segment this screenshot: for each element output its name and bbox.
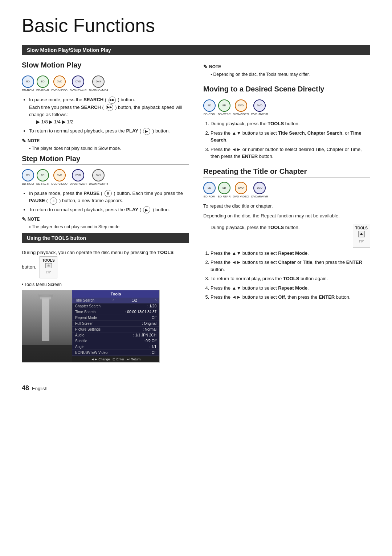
section-header-slow-step: Slow Motion Play/Step Motion Play [22,45,370,55]
slow-motion-bullet-2: To return to normal speed playback, pres… [29,127,189,135]
disc-icon-bdre-step: BD BD-RE/-R [36,169,49,185]
disc-icon-dvdrw-repeat: DVD DVD±RW/±R [251,182,268,198]
disc-icon-dvdvideo-repeat: DVD DVD-VIDEO [233,182,249,198]
menu-row-title-search: Title Search ‹ 1/2 › [72,298,159,303]
tools-description: During playback, you can operate the dis… [22,249,189,278]
moving-scene-steps: During playback, press the TOOLS button.… [211,120,370,160]
menu-footer: ◄► Change ⊡ Enter ↩ Return [72,356,159,362]
repeating-step-5: Press the ▲▼ buttons to select Repeat Mo… [211,285,370,292]
menu-row-bonusview-video: BONUSVIEW Video : Off [72,350,159,356]
disc-icon-bdrom-move: BD BD-ROM [203,99,216,116]
tools-menu-screen-label: • Tools Menu Screen [22,281,189,288]
disc-icon-bdre-slow: BD BD-RE/-R [36,75,49,92]
menu-table: Tools Title Search ‹ 1/2 › Chapter Searc… [72,290,159,362]
repeating-intro-2: Depending on the disc, the Repeat functi… [203,212,370,220]
step-motion-disc-icons: BD BD-ROM BD BD-RE/-R DVD DVD-VIDEO DVD … [22,169,189,185]
menu-row-time-search: Time Search : 00:00:13/01:34:37 [72,309,159,315]
tools-section-header: Using the TOOLS button [22,233,189,243]
slow-motion-bullet-1: In pause mode, press the SEARCH ( ▶▶ ) b… [29,96,189,125]
tools-button-label: TOOLS [42,258,54,263]
speed-steps: ▶ 1/8 ▶ 1/4 ▶ 1/2 [36,118,189,126]
language-label: English [32,386,48,391]
disc-icon-dvdvideo-slow: DVD DVD-VIDEO [52,75,68,92]
right-note-title: NOTE [203,64,370,70]
menu-row-subtitle: Subtitle : 0/2 Off [72,338,159,344]
play-icon-step: ▶ [143,206,150,213]
menu-overlay: Tools Title Search ‹ 1/2 › Chapter Searc… [22,290,159,362]
step-motion-bullet-1: In pause mode, press the PAUSE ( ⏸ ) but… [29,190,189,205]
step-motion-note-title: NOTE [22,216,189,222]
menu-row-audio: Audio : 1/1 JPN 2CH [72,332,159,338]
slow-motion-note-title: NOTE [22,138,189,144]
menu-row-repeat-mode: Repeat Mode : Off [72,315,159,321]
slow-motion-note-text: The player does not play sound in Slow m… [29,145,189,152]
menu-row-chapter-search: Chapter Search : 1/20 [72,303,159,309]
disc-icon-dvdrw-step: DVD DVD±RW/±R [70,169,87,185]
play-icon-slow: ▶ [143,128,150,135]
moving-scene-title: Moving to a Desired Scene Directly [203,85,370,95]
tools-button-icon: ⏏ [45,263,52,268]
page-number: 48 [22,384,29,392]
search-icon-slow: ▶▶ [109,97,116,104]
search-icon-slow2: ▶▶ [106,104,113,111]
repeating-steps: During playback, press the TOOLS button.… [211,224,370,301]
disc-icon-bdrom-slow: BD BD-ROM [22,75,34,92]
repeating-title: Repeating the Title or Chapter [203,167,370,177]
disc-icon-divx-slow: DivX DivXMKV/MP4 [89,75,108,92]
tools-menu-screenshot: Tools Title Search ‹ 1/2 › Chapter Searc… [22,290,160,363]
step-motion-note: NOTE The player does not play sound in S… [22,216,189,230]
moving-scene-step-2: Press the ▲▼ buttons to select Title Sea… [211,130,370,144]
tools-button-label-2: TOOLS [355,225,368,231]
disc-icon-dvdvideo-move: DVD DVD-VIDEO [233,99,249,116]
slow-motion-bullets: In pause mode, press the SEARCH ( ▶▶ ) b… [29,96,189,135]
disc-icon-bdrom-step: BD BD-ROM [22,169,34,185]
left-column: Slow Motion Play BD BD-ROM BD BD-RE/-R D… [22,61,189,363]
repeating-step-2: Press the ▲▼ buttons to select Repeat Mo… [211,250,370,257]
menu-title: Tools [72,290,159,298]
repeating-step-1: During playback, press the TOOLS button.… [211,224,370,248]
disc-icon-dvdvideo-step: DVD DVD-VIDEO [52,169,68,185]
step-motion-bullets: In pause mode, press the PAUSE ( ⏸ ) but… [29,190,189,214]
menu-row-picture-settings: Picture Settings : Normal [72,327,159,332]
right-note-text: Depending on the disc, the Tools menu ma… [211,71,370,78]
page-title: Basic Functions [22,15,370,36]
disc-icon-bdre-repeat: BD BD-RE/-R [218,182,231,198]
page-footer: 48 English [22,373,370,392]
step-motion-bullet-2: To return to normal speed playback, pres… [29,206,189,214]
step-motion-note-text: The player does not play sound in Step m… [29,224,189,230]
step-motion-title: Step Motion Play [22,155,189,165]
tools-hand-icon: ☞ [46,268,51,277]
slow-motion-disc-icons: BD BD-ROM BD BD-RE/-R DVD DVD-VIDEO DVD … [22,75,189,92]
repeating-step-4: To return to normal play, press the TOOL… [211,275,370,282]
slow-motion-note: NOTE The player does not play sound in S… [22,138,189,152]
moving-scene-step-3: Press the ◄► or number button to select … [211,146,370,160]
menu-row-angle: Angle : 1/1 [72,344,159,350]
menu-row-full-screen: Full Screen : Original [72,321,159,327]
repeating-step-6: Press the ◄► buttons to select Off, then… [211,294,370,301]
slow-motion-title: Slow Motion Play [22,61,189,71]
moving-scene-step-1: During playback, press the TOOLS button. [211,120,370,127]
disc-icon-dvdrw-slow: DVD DVD±RW/±R [70,75,87,92]
tools-icon-2: ⏏ [358,231,365,237]
right-column: NOTE Depending on the disc, the Tools me… [203,61,370,363]
tools-hand-icon-2: ☞ [359,237,364,246]
right-top-note: NOTE Depending on the disc, the Tools me… [203,64,370,78]
pause-icon-step: ⏸ [105,190,112,197]
disc-icon-dvdrw-move: DVD DVD±RW/±R [251,99,268,116]
repeating-disc-icons: BD BD-ROM BD BD-RE/-R DVD DVD-VIDEO DVD … [203,182,370,198]
moving-scene-disc-icons: BD BD-ROM BD BD-RE/-R DVD DVD-VIDEO DVD … [203,99,370,116]
disc-icon-bdre-move: BD BD-RE/-R [218,99,231,116]
pause-icon-step2: ⏸ [50,197,57,205]
disc-icon-bdrom-repeat: BD BD-ROM [203,182,216,198]
repeating-step-3: Press the ◄► buttons to select Chapter o… [211,259,370,273]
disc-icon-divx-step: DivX DivXMKV/MP4 [89,169,108,185]
repeating-intro-1: To repeat the disc title or chapter. [203,203,370,210]
